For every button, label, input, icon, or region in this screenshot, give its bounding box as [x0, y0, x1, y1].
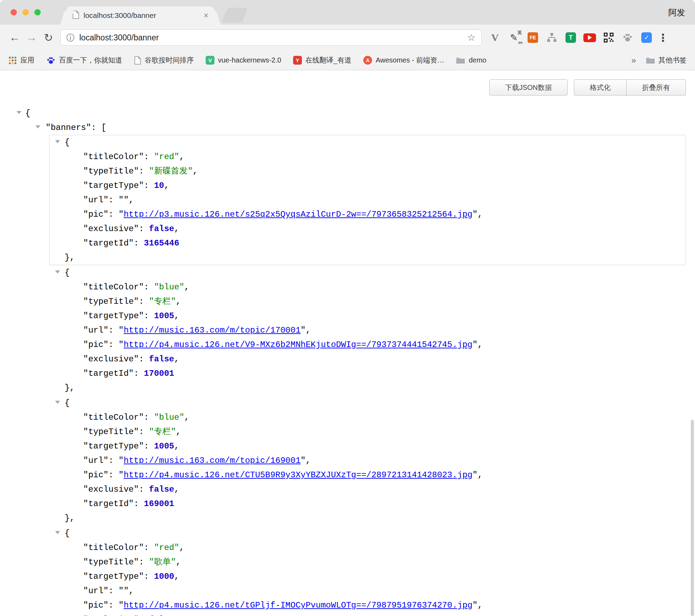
- json-line: {: [49, 526, 686, 540]
- json-line: {: [49, 396, 686, 410]
- format-collapse-group: 格式化 折叠所有: [574, 79, 686, 96]
- collapse-toggle-icon[interactable]: [55, 140, 60, 143]
- qr-code-icon[interactable]: [601, 30, 616, 45]
- json-line: "pic": "http://p4.music.126.net/CTU5B9R9…: [49, 468, 686, 482]
- bookmark-label: 在线翻译_有道: [305, 55, 351, 65]
- json-line: "titleColor": "blue",: [49, 410, 686, 425]
- profile-name: 阿发: [668, 7, 685, 18]
- json-line: "url": "http://music.163.com/m/topic/170…: [49, 323, 686, 338]
- bookmark-label: demo: [469, 56, 486, 64]
- scrollbar-thumb[interactable]: [691, 420, 694, 616]
- json-line: "titleColor": "red",: [49, 150, 686, 164]
- collapse-toggle-icon[interactable]: [55, 531, 60, 534]
- info-icon[interactable]: ⓘ: [66, 32, 74, 43]
- json-link[interactable]: http://music.163.com/m/topic/169001: [124, 456, 300, 465]
- bookmark-label: 百度一下，你就知道: [59, 55, 122, 65]
- bookmark-label: 应用: [20, 55, 34, 65]
- youdao-dict-icon[interactable]: ✎英en: [506, 30, 522, 45]
- org-chart-icon[interactable]: [544, 30, 560, 45]
- json-line: {: [0, 106, 695, 120]
- json-line: "typeTitle": "专栏",: [49, 294, 686, 309]
- json-link[interactable]: http://p4.music.126.net/V9-MXz6b2MNhEKju…: [124, 340, 472, 349]
- vue-icon: V: [206, 56, 214, 65]
- json-line: },: [49, 511, 686, 525]
- address-bar[interactable]: ⓘ localhost:3000/banner ☆: [60, 30, 482, 46]
- json-line: "pic": "http://p4.music.126.net/V9-MXz6b…: [49, 338, 686, 352]
- bookmark-item[interactable]: Vvue-hackernews-2.0: [206, 56, 281, 65]
- bookmarks-overflow-icon[interactable]: »: [631, 55, 636, 65]
- json-line: "exclusive": false,: [49, 352, 686, 366]
- json-line: "typeTitle": "歌单",: [49, 555, 686, 569]
- extensions-row: V✎英enFET✓: [487, 30, 654, 45]
- menu-icon[interactable]: ⋮: [657, 32, 669, 44]
- bookmark-star-icon[interactable]: ☆: [467, 32, 476, 43]
- json-tree: {"banners": [{"titleColor": "red","typeT…: [0, 106, 695, 616]
- json-line: "targetId": 170001: [49, 366, 686, 381]
- youtube-icon[interactable]: [582, 30, 597, 45]
- format-button[interactable]: 格式化: [574, 79, 627, 96]
- json-line: "targetType": 1005,: [49, 309, 686, 323]
- paw-icon[interactable]: [620, 30, 635, 45]
- fehelper-icon[interactable]: FE: [525, 30, 541, 45]
- json-link[interactable]: http://music.163.com/m/topic/170001: [124, 326, 300, 335]
- json-link[interactable]: http://p4.music.126.net/CTU5B9R9y3XyYBZX…: [124, 470, 472, 480]
- json-line: "typeTitle": "专栏",: [49, 425, 686, 439]
- bookmark-item[interactable]: demo: [456, 56, 486, 64]
- bookmark-item[interactable]: AAwesomes - 前端资…: [363, 55, 444, 65]
- json-line: {: [49, 135, 686, 150]
- collapse-all-button[interactable]: 折叠所有: [627, 79, 686, 96]
- json-line: "exclusive": false: [49, 612, 686, 616]
- bookmark-label: Awesomes - 前端资…: [376, 55, 444, 65]
- v-gray-icon[interactable]: V: [487, 30, 503, 45]
- new-tab-button[interactable]: [222, 8, 248, 22]
- reload-button[interactable]: ↻: [40, 31, 57, 44]
- forward-button[interactable]: →: [23, 31, 40, 44]
- window-controls: [11, 9, 41, 15]
- json-line: "targetId": 169001: [49, 497, 686, 511]
- json-line: {: [49, 266, 686, 280]
- json-object: {"titleColor": "blue","typeTitle": "专栏",…: [49, 265, 686, 395]
- tab-favicon-page-icon: [72, 11, 79, 20]
- url-text[interactable]: localhost:3000/banner: [79, 33, 462, 42]
- json-line: },: [49, 250, 686, 265]
- green-square-icon[interactable]: T: [563, 30, 578, 45]
- json-line: },: [49, 381, 686, 395]
- tab-close-icon[interactable]: ×: [204, 11, 208, 20]
- blue-shield-check-icon[interactable]: ✓: [639, 30, 654, 45]
- json-line: "targetType": 1005,: [49, 439, 686, 453]
- close-window-button[interactable]: [11, 9, 17, 15]
- collapse-toggle-icon[interactable]: [16, 111, 21, 114]
- json-object: {"titleColor": "blue","typeTitle": "专栏",…: [49, 395, 686, 526]
- tab-title: localhost:3000/banner: [84, 11, 199, 20]
- bookmark-item[interactable]: 谷歌按时间排序: [134, 55, 194, 65]
- bookmarks-left-group: 应用百度一下，你就知道谷歌按时间排序Vvue-hackernews-2.0Y在线…: [8, 55, 498, 65]
- json-line: "pic": "http://p3.music.126.net/s25q2x5Q…: [49, 207, 686, 222]
- page-content: 下载JSON数据 格式化 折叠所有 {"banners": [{"titleCo…: [0, 70, 695, 616]
- zoom-window-button[interactable]: [34, 9, 41, 15]
- collapse-toggle-icon[interactable]: [55, 401, 60, 404]
- json-link[interactable]: http://p4.music.126.net/tGPljf-IMOCyPvum…: [124, 601, 472, 610]
- json-object: {"titleColor": "red","typeTitle": "新碟首发"…: [49, 135, 686, 265]
- json-line: "exclusive": false,: [49, 482, 686, 497]
- json-link[interactable]: http://p3.music.126.net/s25q2x5QyqsAzilC…: [124, 210, 472, 219]
- bookmark-item[interactable]: 百度一下，你就知道: [46, 55, 122, 65]
- minimize-window-button[interactable]: [22, 9, 29, 15]
- collapse-toggle-icon[interactable]: [55, 270, 60, 274]
- download-json-button[interactable]: 下载JSON数据: [489, 79, 568, 96]
- json-line: "url": "http://music.163.com/m/topic/169…: [49, 453, 686, 468]
- browser-tab[interactable]: localhost:3000/banner ×: [67, 6, 214, 25]
- other-bookmarks-folder[interactable]: 其他书签: [646, 55, 687, 65]
- bookmark-item[interactable]: 应用: [8, 55, 34, 65]
- collapse-toggle-icon[interactable]: [35, 125, 40, 129]
- browser-toolbar: ← → ↻ ⓘ localhost:3000/banner ☆ V✎英enFET…: [0, 25, 695, 51]
- back-button[interactable]: ←: [6, 31, 23, 44]
- json-line: "titleColor": "red",: [49, 540, 686, 555]
- json-line: "targetId": 3165446: [49, 236, 686, 250]
- tab-strip: localhost:3000/banner × 阿发: [0, 0, 695, 25]
- json-line: "targetType": 10,: [49, 178, 686, 193]
- json-line: "typeTitle": "新碟首发",: [49, 164, 686, 178]
- json-line: "url": "",: [49, 193, 686, 207]
- json-line: "url": "",: [49, 584, 686, 598]
- baidu-paw-icon: [46, 56, 55, 65]
- bookmark-item[interactable]: Y在线翻译_有道: [293, 55, 351, 65]
